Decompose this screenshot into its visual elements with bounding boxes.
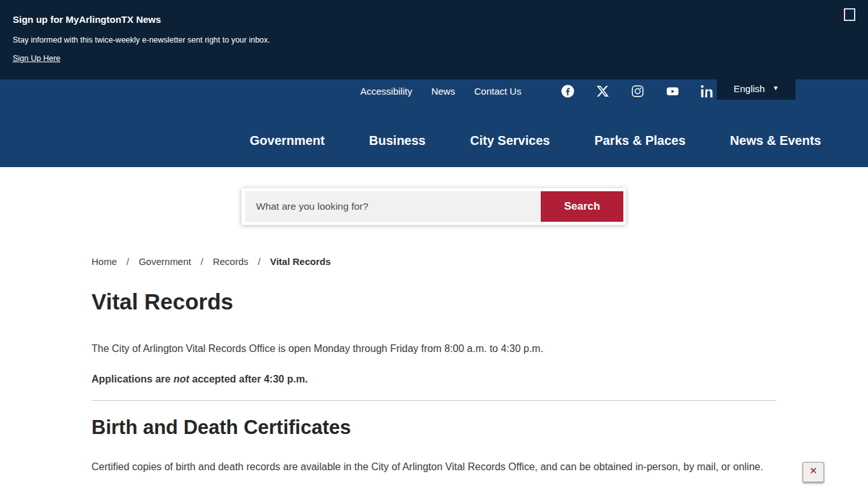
breadcrumb-separator: / [258,256,261,267]
breadcrumb-separator: / [126,256,129,267]
section-heading: Birth and Death Certificates [92,416,351,439]
breadcrumb: Home / Government / Records / Vital Reco… [92,256,331,267]
utility-link-accessibility[interactable]: Accessibility [360,86,412,97]
banner-close-button[interactable] [844,8,855,21]
utility-link-contact-us[interactable]: Contact Us [474,86,521,97]
nav-item-business[interactable]: Business [369,132,426,149]
widget-close-button[interactable]: ✕ [803,462,824,482]
search-button[interactable]: Search [541,191,623,222]
signup-link[interactable]: Sign Up Here [13,54,60,63]
newsletter-banner: Sign up for MyArlingtonTX News Stay info… [0,0,868,79]
section-paragraph: Certified copies of birth and death reco… [92,458,778,475]
page: Sign up for MyArlingtonTX News Stay info… [0,0,868,488]
notice-prefix: Applications are [92,374,173,384]
breadcrumb-separator: / [201,256,203,267]
breadcrumb-home[interactable]: Home [92,256,117,267]
utility-link-news[interactable]: News [431,86,456,97]
language-selected: English [733,83,764,94]
language-selector[interactable]: English ▼ [717,77,796,100]
notice-paragraph: Applications are not accepted after 4:30… [92,374,308,385]
nav-item-government[interactable]: Government [250,132,325,149]
section-divider [92,400,776,401]
breadcrumb-records[interactable]: Records [213,256,248,267]
nav-item-parks-places[interactable]: Parks & Places [594,132,685,149]
close-icon: ✕ [810,465,818,477]
main-nav: Government Business City Services Parks … [250,132,821,149]
utility-row: Accessibility News Contact Us [360,81,714,101]
page-title: Vital Records [92,289,233,315]
site-header: Accessibility News Contact Us [0,79,868,167]
notice-emphasis: not [173,374,189,384]
breadcrumb-current: Vital Records [270,256,331,267]
chevron-down-icon: ▼ [773,85,779,92]
search-card: Search [241,188,626,225]
social-icons [561,85,714,98]
linkedin-icon[interactable] [701,85,714,98]
banner-subtitle: Stay informed with this twice-weekly e-n… [13,36,270,44]
search-input[interactable] [245,191,541,222]
facebook-icon[interactable] [561,85,574,98]
notice-suffix: accepted after 4:30 p.m. [189,374,308,384]
breadcrumb-government[interactable]: Government [139,256,191,267]
nav-item-news-events[interactable]: News & Events [730,132,821,149]
intro-paragraph: The City of Arlington Vital Records Offi… [92,343,543,355]
banner-title: Sign up for MyArlingtonTX News [13,14,161,25]
nav-item-city-services[interactable]: City Services [470,132,550,149]
youtube-icon[interactable] [666,85,679,98]
instagram-icon[interactable] [631,85,644,98]
x-twitter-icon[interactable] [596,85,609,98]
